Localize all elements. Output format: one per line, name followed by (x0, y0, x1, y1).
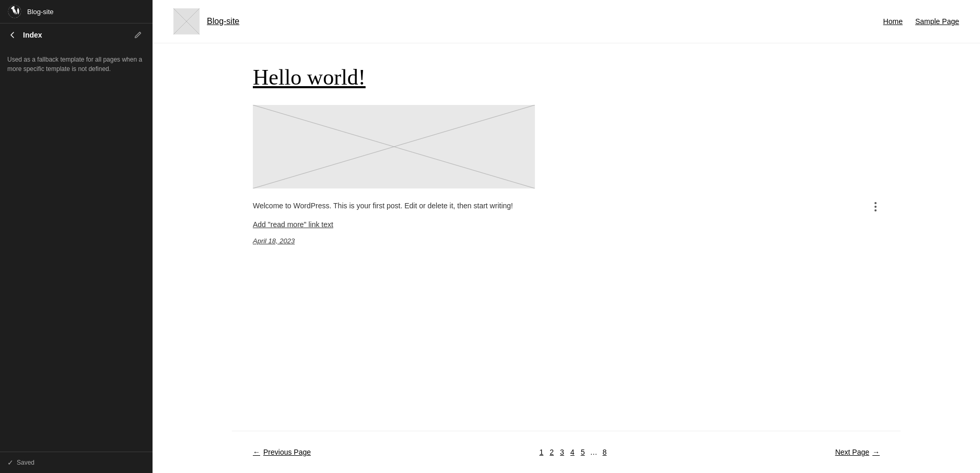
arrow-right-icon: → (872, 448, 880, 456)
sidebar-top-bar: Blog-site (0, 0, 153, 23)
blog-nav: Home Sample Page (883, 17, 959, 26)
main-content: Blog-site Home Sample Page Hello world! … (153, 0, 980, 473)
post-excerpt: Welcome to WordPress. This is your first… (253, 200, 866, 211)
blog-header: Blog-site Home Sample Page (153, 0, 980, 43)
page-5[interactable]: 5 (578, 447, 588, 457)
pagination-numbers: 1 2 3 4 5 … 8 (536, 447, 609, 457)
sidebar: Blog-site Index Used as a fallback templ… (0, 0, 153, 473)
blog-body: Hello world! Welcome to WordPress. This … (232, 43, 901, 431)
page-1[interactable]: 1 (536, 447, 546, 457)
post-options-button[interactable] (871, 200, 880, 214)
page-2[interactable]: 2 (547, 447, 556, 457)
prev-page-label: Previous Page (263, 448, 311, 456)
dot-1 (874, 202, 877, 204)
previous-page-button[interactable]: ← Previous Page (253, 448, 311, 456)
dot-3 (874, 209, 877, 211)
edit-button[interactable] (131, 28, 145, 42)
pencil-icon (134, 31, 142, 39)
wordpress-logo (7, 4, 22, 19)
back-button[interactable] (5, 28, 20, 42)
post-content-text: Welcome to WordPress. This is your first… (253, 200, 866, 245)
post-content-row: Welcome to WordPress. This is your first… (253, 200, 880, 245)
post-date[interactable]: April 18, 2023 (253, 237, 295, 245)
page-4[interactable]: 4 (568, 447, 577, 457)
saved-checkmark: ✓ (7, 458, 14, 467)
read-more-link[interactable]: Add "read more" link text (253, 220, 866, 229)
page-ellipsis: … (588, 447, 599, 457)
dot-2 (874, 206, 877, 208)
placeholder-image-icon (173, 8, 200, 34)
featured-image-placeholder-icon (253, 105, 535, 188)
page-3[interactable]: 3 (557, 447, 567, 457)
chevron-left-icon (8, 31, 17, 39)
sidebar-title: Index (23, 31, 42, 39)
next-page-label: Next Page (835, 448, 869, 456)
sidebar-site-name: Blog-site (27, 8, 54, 16)
pagination: ← Previous Page 1 2 3 4 5 … 8 Next Page … (232, 431, 901, 473)
saved-label: Saved (17, 459, 34, 466)
sidebar-description: Used as a fallback template for all page… (0, 46, 153, 82)
arrow-left-icon: ← (253, 448, 260, 456)
sidebar-header-left: Index (5, 28, 42, 42)
nav-home[interactable]: Home (883, 17, 903, 26)
blog-site-title[interactable]: Blog-site (207, 17, 239, 26)
sidebar-bottom: ✓ Saved (0, 452, 153, 473)
sidebar-header: Index (0, 23, 153, 46)
nav-sample-page[interactable]: Sample Page (915, 17, 959, 26)
post-featured-image (253, 105, 535, 188)
post-title: Hello world! (253, 64, 880, 90)
next-page-button[interactable]: Next Page → (835, 448, 880, 456)
page-8[interactable]: 8 (600, 447, 609, 457)
blog-logo-placeholder (173, 8, 200, 34)
blog-header-left: Blog-site (173, 8, 239, 34)
